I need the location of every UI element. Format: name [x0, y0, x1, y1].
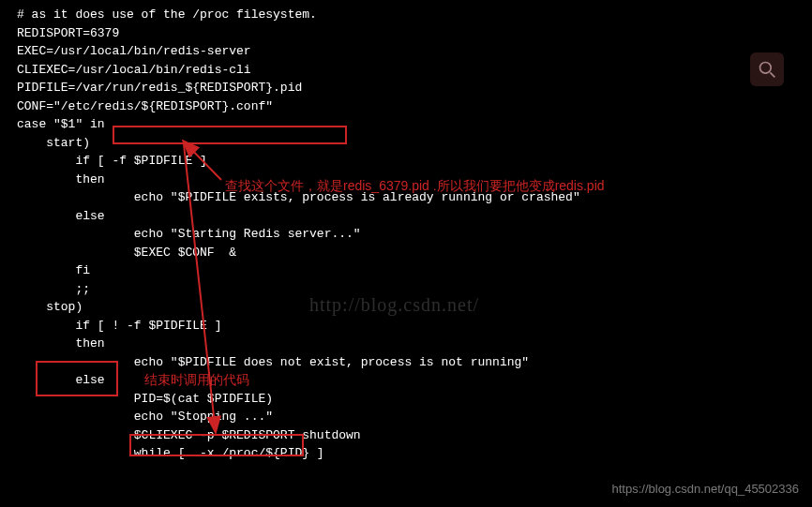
- code-line: PIDFILE=/var/run/redis_${REDISPORT}.pid: [17, 79, 795, 97]
- svg-line-1: [770, 72, 774, 77]
- code-line: echo "Starting Redis server...": [17, 225, 795, 244]
- annotation-text-2: 结束时调用的代码: [144, 370, 249, 390]
- code-line: REDISPORT=6379: [17, 24, 795, 43]
- code-line: EXEC=/usr/local/bin/redis-server: [17, 42, 795, 61]
- footer-watermark: https://blog.csdn.net/qq_45502336: [612, 480, 800, 499]
- code-line: $CLIEXEC -p $REDISPORT shutdown: [17, 426, 795, 445]
- code-line: start): [17, 134, 795, 153]
- annotation-text-1: 查找这个文件，就是redis_6379.pid .所以我们要把他变成redis.…: [225, 176, 605, 196]
- code-line: CLIEXEC=/usr/local/bin/redis-cli: [17, 61, 795, 80]
- code-line: stop): [17, 298, 795, 317]
- code-line: if [ ! -f $PIDFILE ]: [17, 317, 795, 336]
- code-line: while [ -x /proc/${PID} ]: [17, 444, 795, 463]
- code-line: ;;: [17, 280, 795, 299]
- code-line: # as it does use of the /proc filesystem…: [17, 6, 795, 24]
- code-line: $EXEC $CONF &: [17, 244, 795, 262]
- code-line: echo "$PIDFILE does not exist, process i…: [17, 353, 795, 372]
- code-line: else: [17, 371, 795, 390]
- svg-point-0: [760, 63, 772, 74]
- code-line: if [ -f $PIDFILE ]: [17, 152, 795, 171]
- search-icon[interactable]: [750, 52, 784, 86]
- terminal-code-block: # as it does use of the /proc filesystem…: [17, 6, 795, 463]
- code-line: PID=$(cat $PIDFILE): [17, 390, 795, 409]
- code-line: CONF="/etc/redis/${REDISPORT}.conf": [17, 97, 795, 116]
- code-line: else: [17, 207, 795, 226]
- code-line: fi: [17, 261, 795, 280]
- code-line: case "$1" in: [17, 115, 795, 134]
- code-line: echo "Stopping ...": [17, 408, 795, 426]
- code-line: then: [17, 335, 795, 353]
